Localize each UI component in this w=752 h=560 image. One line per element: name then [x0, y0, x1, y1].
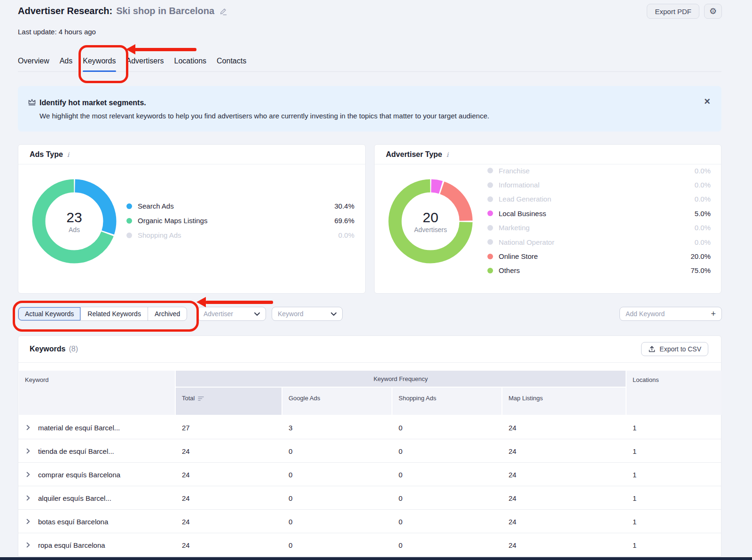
settings-button[interactable]: ⚙	[704, 4, 722, 19]
google-ads-cell: 0	[289, 447, 292, 455]
add-keyword-field: +	[619, 307, 722, 321]
tab-locations[interactable]: Locations	[174, 51, 207, 71]
ads-type-title: Ads Type	[30, 150, 63, 159]
export-csv-label: Export to CSV	[659, 345, 701, 353]
shopping-ads-cell: 0	[399, 470, 402, 478]
legend-item-lead-generation[interactable]: Lead Generation0.0%	[487, 192, 711, 206]
total-cell: 24	[182, 541, 190, 549]
legend-item-national-operator[interactable]: National Operator0.0%	[487, 235, 711, 249]
expand-chevron-icon[interactable]	[26, 519, 30, 524]
table-column-headers: Keyword Keyword Frequency Total Google A…	[18, 371, 721, 415]
map-listings-cell: 24	[509, 541, 517, 549]
map-listings-cell: 24	[509, 447, 517, 455]
banner-description: We highlight the most relevant keywords …	[39, 112, 489, 120]
legend-dot	[487, 239, 493, 245]
legend-item-search-ads[interactable]: Search Ads30.4%	[126, 199, 354, 213]
keyword-type-segments: Actual KeywordsRelated KeywordsArchived	[18, 307, 187, 321]
legend-label: Franchise	[499, 167, 530, 175]
advertiser-dropdown[interactable]: Advertiser	[197, 307, 266, 321]
legend-item-informational[interactable]: Informational0.0%	[487, 178, 711, 192]
table-row[interactable]: tienda de esquí Barcel...2400241	[18, 439, 721, 463]
locations-cell: 1	[633, 517, 636, 525]
shopping-ads-cell: 0	[399, 517, 402, 525]
table-row[interactable]: comprar esquís Barcelona2400241	[18, 463, 721, 486]
segment-actual-keywords[interactable]: Actual Keywords	[18, 307, 80, 320]
column-header-keyword: Keyword	[19, 371, 175, 415]
sort-descending-icon	[198, 396, 204, 403]
google-ads-cell: 0	[289, 494, 292, 502]
column-group-keyword-frequency: Keyword Frequency	[176, 371, 626, 387]
export-pdf-label: Export PDF	[655, 8, 691, 16]
legend-item-shopping-ads[interactable]: Shopping Ads0.0%	[126, 228, 354, 242]
page-title-prefix: Advertiser Research:	[18, 6, 112, 16]
expand-chevron-icon[interactable]	[26, 425, 30, 430]
tab-keywords[interactable]: Keywords	[83, 51, 116, 71]
legend-dot	[487, 168, 493, 173]
expand-chevron-icon[interactable]	[26, 448, 30, 454]
keywords-table-card: Keywords (8) Export to CSV Keyword Keywo…	[18, 335, 721, 557]
header-actions: Export PDF ⚙	[647, 4, 722, 19]
tab-contacts[interactable]: Contacts	[217, 51, 246, 71]
table-row[interactable]: alquiler esquís Barcel...2400241	[18, 486, 721, 510]
legend-item-others[interactable]: Others75.0%	[487, 264, 711, 278]
column-header-shopping-ads[interactable]: Shopping Ads	[392, 388, 501, 415]
legend-label: National Operator	[499, 238, 554, 246]
plus-icon[interactable]: +	[711, 310, 716, 318]
segment-archived[interactable]: Archived	[148, 307, 187, 320]
column-header-google-ads[interactable]: Google Ads	[282, 388, 392, 415]
export-pdf-button[interactable]: Export PDF	[647, 4, 699, 19]
table-row[interactable]: material de esquí Barcel...2730241	[18, 416, 721, 439]
legend-value: 20.0%	[690, 252, 711, 260]
legend-item-organic-maps-listings[interactable]: Organic Maps Listings69.6%	[126, 213, 354, 228]
upload-icon	[648, 345, 656, 353]
info-icon[interactable]: i	[67, 151, 69, 158]
close-icon[interactable]: ×	[704, 96, 710, 107]
legend-value: 30.4%	[334, 202, 354, 210]
keywords-title: Keywords	[30, 345, 65, 353]
legend-item-marketing[interactable]: Marketing0.0%	[487, 221, 711, 235]
google-ads-cell: 0	[289, 517, 292, 525]
legend-dot	[126, 203, 132, 209]
locations-cell: 1	[633, 541, 636, 549]
shopping-ads-cell: 0	[399, 494, 402, 502]
legend-dot	[126, 233, 132, 238]
table-row[interactable]: ropa esquí Barcelona2400241	[18, 533, 721, 557]
legend-label: Lead Generation	[499, 195, 551, 203]
keyword-cell: alquiler esquís Barcel...	[38, 494, 111, 502]
keyword-cell: ropa esquí Barcelona	[38, 541, 105, 549]
column-header-total[interactable]: Total	[176, 388, 282, 415]
expand-chevron-icon[interactable]	[26, 542, 30, 548]
add-keyword-input[interactable]	[626, 310, 711, 318]
expand-chevron-icon[interactable]	[26, 472, 30, 477]
table-row[interactable]: botas esquí Barcelona2400241	[18, 510, 721, 533]
segment-related-keywords[interactable]: Related Keywords	[80, 307, 148, 320]
export-csv-button[interactable]: Export to CSV	[641, 342, 708, 356]
crown-icon	[27, 98, 37, 108]
column-header-map-listings[interactable]: Map Listings	[502, 388, 626, 415]
total-cell: 27	[182, 423, 190, 431]
legend-value: 0.0%	[695, 195, 711, 203]
advertiser-type-donut-chart: 20 Advertisers	[388, 179, 473, 264]
legend-label: Online Store	[499, 252, 538, 260]
legend-label: Local Business	[499, 210, 546, 218]
tab-advertisers[interactable]: Advertisers	[126, 51, 164, 71]
advertiser-type-card: Advertiser Type i 20 Advertisers Franchi…	[374, 144, 721, 294]
tab-ads[interactable]: Ads	[60, 51, 73, 71]
legend-value: 0.0%	[338, 231, 354, 239]
legend-item-online-store[interactable]: Online Store20.0%	[487, 249, 711, 263]
advertiser-type-card-header: Advertiser Type i	[375, 145, 721, 164]
tab-overview[interactable]: Overview	[18, 51, 49, 71]
legend-item-franchise[interactable]: Franchise0.0%	[487, 163, 711, 178]
last-update: Last update: 4 hours ago	[18, 28, 96, 36]
edit-pencil-icon[interactable]	[219, 7, 227, 16]
shopping-ads-cell: 0	[399, 447, 402, 455]
expand-chevron-icon[interactable]	[26, 495, 30, 501]
map-listings-cell: 24	[509, 470, 517, 478]
advertiser-dropdown-placeholder: Advertiser	[204, 310, 233, 318]
info-icon[interactable]: i	[446, 151, 448, 158]
chevron-down-icon	[254, 312, 260, 316]
keywords-table-header: Keywords (8) Export to CSV	[18, 336, 721, 363]
keyword-dropdown[interactable]: Keyword	[272, 307, 343, 321]
keyword-cell: material de esquí Barcel...	[38, 423, 120, 431]
legend-item-local-business[interactable]: Local Business5.0%	[487, 206, 711, 220]
